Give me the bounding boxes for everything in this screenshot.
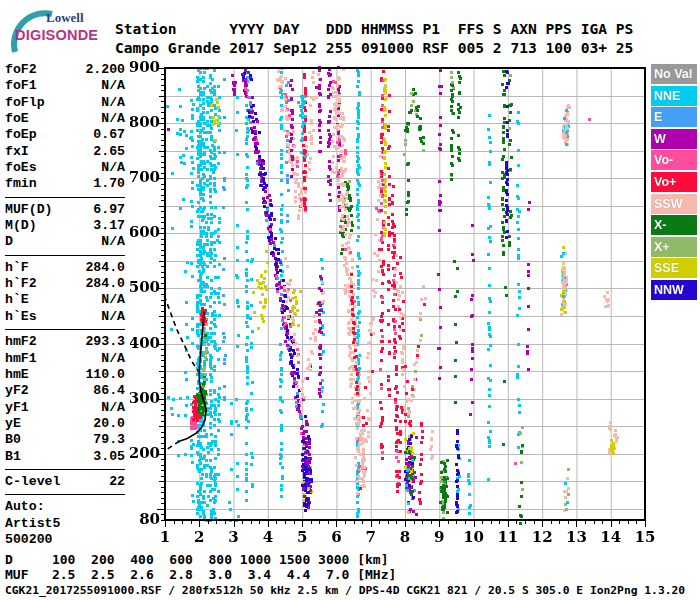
param-row: yE20.0 — [5, 416, 125, 432]
param-label: foF1 — [5, 78, 37, 94]
echo-direction-legend: No ValNNEEWVo-Vo+SSWX-X+SSENNW — [651, 64, 697, 302]
param-row: fmin1.70 — [5, 176, 125, 192]
legend-item-w: W — [651, 129, 697, 149]
param-value: 1.70 — [93, 176, 125, 192]
param-row: h`EN/A — [5, 292, 125, 308]
param-value: N/A — [101, 95, 125, 111]
param-value: 2.65 — [93, 144, 125, 160]
param-value: 22 — [109, 474, 125, 490]
param-label: M(D) — [5, 218, 37, 234]
legend-item-vo-: Vo- — [651, 150, 697, 170]
param-label: yF1 — [5, 400, 29, 416]
param-value: 284.0 — [85, 276, 125, 292]
autoscaling-info-line: 500200 — [5, 532, 125, 548]
param-row: B079.3 — [5, 432, 125, 448]
param-label: foF2 — [5, 62, 37, 78]
param-row: MUF(D)6.97 — [5, 202, 125, 218]
logo-text-lowell: Lowell — [46, 10, 84, 26]
param-value: 0.67 — [93, 127, 125, 143]
param-value: N/A — [101, 351, 125, 367]
muf-row: MUF 2.5 2.5 2.6 2.8 3.0 3.4 4.4 7.0 [MHz… — [5, 568, 396, 583]
param-label: fxI — [5, 144, 29, 160]
d-distance-row: D 100 200 400 600 800 1000 1500 3000 [km… — [5, 553, 396, 568]
ionogram-plot — [130, 55, 660, 550]
footer-file-info: CGK21_2017255091000.RSF / 280fx512h 50 k… — [5, 584, 685, 597]
param-label: fmin — [5, 176, 37, 192]
param-label: hmF1 — [5, 351, 37, 367]
param-row: foFlpN/A — [5, 95, 125, 111]
param-label: B0 — [5, 432, 21, 448]
param-row: h`F2284.0 — [5, 276, 125, 292]
digisonde-ionogram-screen: Lowell DIGISONDE Station YYYY DAY DDD HH… — [0, 0, 700, 600]
param-row: hmF1N/A — [5, 351, 125, 367]
param-value: 284.0 — [85, 260, 125, 276]
legend-item-vo-: Vo+ — [651, 172, 697, 192]
param-value: 86.4 — [93, 383, 125, 399]
param-label: foE — [5, 111, 29, 127]
logo-text-digisonde: DIGISONDE — [15, 27, 98, 43]
scaled-parameters-panel: foF22.200foF1N/AfoFlpN/AfoEN/AfoEp0.67fx… — [5, 62, 125, 548]
param-value: N/A — [101, 234, 125, 250]
param-label: B1 — [5, 449, 21, 465]
param-label: foFlp — [5, 95, 45, 111]
station-header: Station YYYY DAY DDD HHMMSS P1 FFS S AXN… — [115, 20, 633, 57]
legend-item-nne: NNE — [651, 86, 697, 106]
param-label: C-level — [5, 474, 60, 490]
param-row: foEp0.67 — [5, 127, 125, 143]
autoscaling-info-line: Artist5 — [5, 516, 125, 532]
param-row: hmF2293.3 — [5, 334, 125, 350]
legend-item-sse: SSE — [651, 258, 697, 278]
param-value: 2.200 — [85, 62, 125, 78]
dmuf-table: D 100 200 400 600 800 1000 1500 3000 [km… — [5, 553, 396, 582]
param-value: 3.05 — [93, 449, 125, 465]
param-row: yF1N/A — [5, 400, 125, 416]
param-label: h`F2 — [5, 276, 37, 292]
param-value: 293.3 — [85, 334, 125, 350]
param-label: foEs — [5, 160, 37, 176]
param-value: 6.97 — [93, 202, 125, 218]
legend-item-no-val: No Val — [651, 64, 697, 84]
param-label: h`F — [5, 260, 29, 276]
param-label: foEp — [5, 127, 37, 143]
panel-divider — [5, 494, 125, 495]
legend-item-x-: X- — [651, 215, 697, 235]
param-row: yF286.4 — [5, 383, 125, 399]
lowell-digisonde-logo: Lowell DIGISONDE — [6, 6, 116, 56]
param-row: B13.05 — [5, 449, 125, 465]
param-label: hmE — [5, 367, 29, 383]
legend-item-x-: X+ — [651, 237, 697, 257]
param-value: 3.17 — [93, 218, 125, 234]
param-value: N/A — [101, 400, 125, 416]
panel-divider — [5, 255, 125, 256]
param-label: MUF(D) — [5, 202, 52, 218]
panel-divider — [5, 197, 125, 198]
param-value: N/A — [101, 160, 125, 176]
param-label: h`E — [5, 292, 29, 308]
header-line-1: Station YYYY DAY DDD HHMMSS P1 FFS S AXN… — [115, 20, 633, 37]
param-row: C-level22 — [5, 474, 125, 490]
param-value: N/A — [101, 309, 125, 325]
header-line-2: Campo Grande 2017 Sep12 255 091000 RSF 0… — [115, 39, 633, 56]
param-row: DN/A — [5, 234, 125, 250]
legend-item-ssw: SSW — [651, 194, 697, 214]
panel-divider — [5, 329, 125, 330]
param-row: foEsN/A — [5, 160, 125, 176]
param-value: N/A — [101, 292, 125, 308]
param-label: h`Es — [5, 309, 37, 325]
param-label: yF2 — [5, 383, 29, 399]
param-label: yE — [5, 416, 21, 432]
panel-divider — [5, 469, 125, 470]
autoscaling-info-line: Auto: — [5, 499, 125, 515]
param-value: N/A — [101, 78, 125, 94]
param-label: D — [5, 234, 13, 250]
legend-item-e: E — [651, 107, 697, 127]
param-row: h`F284.0 — [5, 260, 125, 276]
param-row: foF22.200 — [5, 62, 125, 78]
param-row: h`EsN/A — [5, 309, 125, 325]
param-row: fxI2.65 — [5, 144, 125, 160]
legend-item-nnw: NNW — [651, 280, 697, 300]
param-value: N/A — [101, 111, 125, 127]
param-row: foF1N/A — [5, 78, 125, 94]
param-row: hmE110.0 — [5, 367, 125, 383]
param-value: 20.0 — [93, 416, 125, 432]
